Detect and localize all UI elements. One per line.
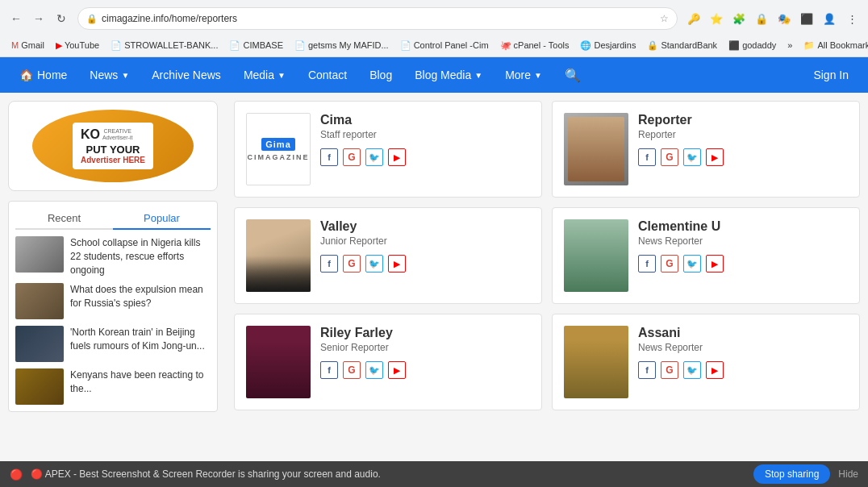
bookmark-cimbase-label: CIMBASE: [243, 40, 283, 50]
extension-btn-6[interactable]: ⬛: [797, 9, 816, 28]
browser-top-bar: ← → ↻ 🔒 cimagazine.info/home/reporters ☆…: [0, 0, 868, 34]
social-icons: f G 🐦 ▶: [638, 255, 848, 273]
bookmark-godaddy[interactable]: ⬛ godaddy: [724, 39, 781, 52]
advertiser-box[interactable]: KO CREATIVEAdvertiser-it PUT YOUR Advert…: [8, 101, 218, 191]
profile-btn[interactable]: 👤: [820, 9, 839, 28]
bookmark-desjardins[interactable]: 🌐 Desjardins: [575, 39, 641, 52]
nav-contact-label: Contact: [308, 69, 347, 81]
address-bar[interactable]: 🔒 cimagazine.info/home/reporters ☆: [77, 7, 678, 30]
social-icons: f G 🐦 ▶: [320, 148, 530, 166]
bookmarks-bar: M Gmail ▶ YouTube 📄 STROWALLET-BANK... 📄…: [0, 34, 868, 56]
twitter-icon[interactable]: 🐦: [365, 148, 383, 166]
nav-more[interactable]: More ▼: [494, 57, 553, 93]
reporter-role: Senior Reporter: [320, 342, 530, 353]
site-navbar: 🏠 Home News ▼ Archive News Media ▼ Conta…: [0, 57, 868, 93]
bookmark-controlpanel[interactable]: 📄 Control Panel -Cim: [395, 39, 494, 52]
bookmark-getsms[interactable]: 📄 getsms My MAFID...: [290, 39, 394, 52]
hide-link[interactable]: Hide: [838, 468, 858, 480]
nav-home[interactable]: 🏠 Home: [8, 57, 78, 93]
google-icon[interactable]: G: [343, 148, 361, 166]
youtube-icon[interactable]: ▶: [388, 361, 406, 379]
nav-buttons: ← → ↻: [6, 9, 71, 28]
social-icons: f G 🐦 ▶: [320, 361, 530, 379]
google-icon[interactable]: G: [661, 255, 678, 273]
forward-button[interactable]: →: [29, 9, 48, 28]
google-icon[interactable]: G: [343, 361, 361, 379]
menu-btn[interactable]: ⋮: [842, 9, 862, 28]
media-dropdown-arrow: ▼: [278, 71, 286, 80]
bookmark-standardbank[interactable]: 🔒 StandardBank: [642, 39, 722, 52]
facebook-icon[interactable]: f: [638, 361, 656, 379]
bookmark-more[interactable]: »: [782, 39, 797, 52]
nav-archive-news[interactable]: Archive News: [140, 57, 232, 93]
reporter-info-cima: Cima Staff reporter f G 🐦 ▶: [320, 113, 530, 166]
sidebar-tabs-box: Recent Popular School collapse in Nigeri…: [8, 201, 218, 412]
facebook-icon[interactable]: f: [320, 148, 338, 166]
twitter-icon[interactable]: 🐦: [365, 361, 383, 379]
facebook-icon[interactable]: f: [638, 148, 656, 166]
twitter-icon[interactable]: 🐦: [365, 255, 383, 273]
list-item[interactable]: School collapse in Nigeria kills 22 stud…: [15, 236, 211, 277]
news-title: What does the expulsion mean for Russia'…: [70, 283, 211, 319]
facebook-icon[interactable]: f: [638, 255, 656, 273]
refresh-button[interactable]: ↻: [52, 9, 71, 28]
reporters-grid: Gima CIMAGAZINE Cima Staff reporter f G …: [234, 101, 860, 410]
list-item[interactable]: What does the expulsion mean for Russia'…: [15, 283, 211, 319]
reporter-role: News Reporter: [638, 235, 848, 247]
google-icon[interactable]: G: [343, 255, 361, 273]
back-button[interactable]: ←: [6, 9, 26, 28]
list-item[interactable]: 'North Korean train' in Beijing fuels ru…: [15, 326, 211, 362]
bookmark-gmail-label: Gmail: [21, 40, 44, 50]
google-icon[interactable]: G: [661, 148, 678, 166]
reporter-info-riley: Riley Farley Senior Reporter f G 🐦 ▶: [320, 326, 530, 379]
advertiser-text2: Advertiser HERE: [81, 156, 145, 164]
nav-news[interactable]: News ▼: [78, 57, 140, 93]
reporter-info-clementine: Clementine U News Reporter f G 🐦 ▶: [638, 219, 848, 273]
facebook-icon[interactable]: f: [320, 361, 338, 379]
bookmark-cimbase[interactable]: 📄 CIMBASE: [224, 39, 288, 52]
extension-btn-2[interactable]: ⭐: [707, 9, 726, 28]
more-dropdown-arrow: ▼: [534, 71, 542, 80]
bookmark-strowallet[interactable]: 📄 STROWALLET-BANK...: [106, 39, 223, 52]
bookmark-allbookmarks[interactable]: 📁 All Bookmarks: [799, 39, 868, 52]
news-title: School collapse in Nigeria kills 22 stud…: [70, 236, 211, 277]
bookmark-youtube[interactable]: ▶ YouTube: [51, 39, 104, 52]
bottom-bar: 🔴 🔴 APEX - Best Screenshot & Screen Reco…: [0, 461, 868, 487]
nav-contact[interactable]: Contact: [297, 57, 358, 93]
youtube-icon[interactable]: ▶: [388, 148, 406, 166]
nav-signin[interactable]: Sign In: [802, 57, 860, 93]
bookmark-youtube-label: YouTube: [65, 40, 99, 50]
lock-icon: 🔒: [86, 14, 98, 24]
youtube-icon[interactable]: ▶: [706, 255, 724, 273]
extension-btn-4[interactable]: 🔒: [752, 9, 771, 28]
extension-btn-3[interactable]: 🧩: [729, 9, 749, 28]
nav-search-button[interactable]: 🔍: [553, 57, 592, 93]
tab-recent[interactable]: Recent: [15, 208, 113, 230]
nav-signin-label: Sign In: [813, 69, 849, 81]
browser-chrome: ← → ↻ 🔒 cimagazine.info/home/reporters ☆…: [0, 0, 868, 57]
youtube-icon[interactable]: ▶: [706, 361, 724, 379]
sidebar: KO CREATIVEAdvertiser-it PUT YOUR Advert…: [0, 93, 226, 462]
news-thumb: [15, 236, 64, 273]
nav-blog-media[interactable]: Blog Media ▼: [403, 57, 494, 93]
bookmark-allbookmarks-label: All Bookmarks: [817, 40, 868, 50]
twitter-icon[interactable]: 🐦: [683, 255, 701, 273]
bookmark-gmail[interactable]: M Gmail: [6, 39, 49, 52]
facebook-icon[interactable]: f: [320, 255, 338, 273]
stop-sharing-button[interactable]: Stop sharing: [753, 464, 830, 484]
youtube-icon[interactable]: ▶: [388, 255, 406, 273]
nav-blog[interactable]: Blog: [358, 57, 403, 93]
extension-btn-1[interactable]: 🔑: [684, 9, 703, 28]
google-icon[interactable]: G: [661, 361, 678, 379]
tab-popular[interactable]: Popular: [113, 208, 211, 230]
bookmark-cpanel[interactable]: 🐙 cPanel - Tools: [495, 39, 574, 52]
youtube-icon[interactable]: ▶: [706, 148, 724, 166]
nav-media[interactable]: Media ▼: [232, 57, 297, 93]
nav-news-label: News: [90, 69, 118, 81]
browser-action-buttons: 🔑 ⭐ 🧩 🔒 🎭 ⬛ 👤 ⋮: [684, 9, 862, 28]
star-icon: ☆: [660, 13, 669, 24]
extension-btn-5[interactable]: 🎭: [774, 9, 794, 28]
twitter-icon[interactable]: 🐦: [683, 148, 701, 166]
twitter-icon[interactable]: 🐦: [683, 361, 701, 379]
list-item[interactable]: Kenyans have been reacting to the...: [15, 368, 211, 405]
